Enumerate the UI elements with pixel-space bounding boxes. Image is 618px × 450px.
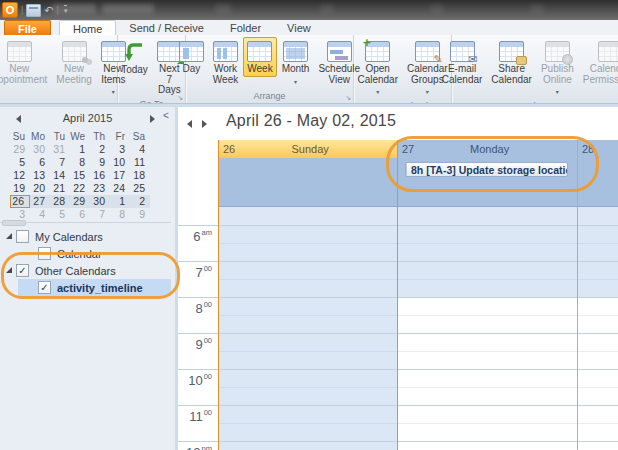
- send-receive-qat-icon[interactable]: [26, 4, 41, 17]
- hour-slot[interactable]: [578, 369, 618, 405]
- hour-slot[interactable]: [578, 225, 618, 261]
- mini-calendar-date[interactable]: 24: [110, 182, 130, 195]
- hour-slot[interactable]: [219, 369, 397, 405]
- calendar-list-item-my-calendars[interactable]: My Calendars: [0, 228, 175, 245]
- mini-calendar-date[interactable]: 7: [50, 156, 70, 169]
- mini-calendar-date[interactable]: 18: [130, 169, 150, 182]
- share-calendar-button[interactable]: Share Calendar: [487, 37, 536, 87]
- calendar-checkbox[interactable]: [38, 247, 51, 260]
- calendar-label[interactable]: activity_timeline: [57, 282, 143, 294]
- calendar-checkbox-checked[interactable]: ✓: [16, 264, 29, 277]
- hour-slot[interactable]: [219, 405, 397, 441]
- work-week-button[interactable]: Work Week: [209, 37, 242, 87]
- hour-slot[interactable]: [398, 333, 577, 369]
- calendar-list-item-other-calendars[interactable]: ✓Other Calendars: [0, 262, 175, 279]
- mini-calendar-date[interactable]: 30: [90, 195, 110, 208]
- mini-calendar-date[interactable]: 10: [110, 156, 130, 169]
- mini-calendar-date[interactable]: 4: [130, 143, 150, 156]
- mini-calendar-date[interactable]: 2: [130, 195, 150, 208]
- hour-slot[interactable]: [578, 441, 618, 450]
- hour-slot[interactable]: [578, 261, 618, 297]
- mini-calendar-date[interactable]: 1: [110, 195, 130, 208]
- splitter-grip[interactable]: [2, 220, 26, 226]
- hour-slot[interactable]: [398, 441, 577, 450]
- hour-slot[interactable]: [398, 261, 577, 297]
- all-day-area[interactable]: [219, 158, 397, 206]
- half-hour-slot[interactable]: [219, 206, 397, 225]
- hour-slot[interactable]: [398, 297, 577, 333]
- hour-slot[interactable]: [578, 333, 618, 369]
- mini-calendar-date[interactable]: 9: [130, 208, 150, 221]
- ribbon-tab-folder[interactable]: Folder: [217, 20, 274, 35]
- ribbon-tab-view[interactable]: View: [274, 20, 324, 35]
- mini-calendar-date[interactable]: 20: [30, 182, 50, 195]
- mini-calendar-date[interactable]: 23: [90, 182, 110, 195]
- mini-calendar-date[interactable]: 12: [10, 169, 30, 182]
- calendar-permissions-button[interactable]: Calendar Permissions: [579, 37, 618, 87]
- today-button[interactable]: Today: [117, 37, 152, 78]
- calendar-checkbox[interactable]: [16, 230, 29, 243]
- hour-slot[interactable]: [219, 261, 397, 297]
- all-day-event[interactable]: 8h [TA-3] Update storage location: [405, 162, 568, 177]
- hour-slot[interactable]: [219, 333, 397, 369]
- outlook-logo-icon[interactable]: O: [2, 2, 18, 18]
- mini-calendar-date[interactable]: 13: [30, 169, 50, 182]
- mini-calendar-date[interactable]: 11: [130, 156, 150, 169]
- previous-week-arrow-icon[interactable]: [187, 120, 192, 128]
- mini-calendar-date[interactable]: 29: [70, 195, 90, 208]
- mini-calendar-date[interactable]: 4: [30, 208, 50, 221]
- half-hour-slot[interactable]: [398, 206, 577, 225]
- new-meeting-button[interactable]: New Meeting: [52, 37, 96, 87]
- tree-expander-icon[interactable]: [6, 267, 12, 273]
- half-hour-slot[interactable]: [578, 206, 618, 225]
- mini-calendar-date[interactable]: 7: [90, 208, 110, 221]
- day-button[interactable]: Day: [175, 37, 208, 77]
- mini-calendar-date[interactable]: 15: [70, 169, 90, 182]
- day-header-26[interactable]: 26Sunday: [219, 140, 397, 158]
- mini-calendar-date[interactable]: 6: [70, 208, 90, 221]
- open-calendar-button[interactable]: +Open Calendar▾: [353, 37, 402, 100]
- hour-slot[interactable]: [578, 297, 618, 333]
- mini-calendar-date[interactable]: 29: [10, 143, 30, 156]
- next-month-arrow-icon[interactable]: [150, 115, 155, 123]
- hour-slot[interactable]: [219, 225, 397, 261]
- hour-slot[interactable]: [578, 405, 618, 441]
- mini-calendar-date[interactable]: 9: [90, 156, 110, 169]
- ribbon-tab-send-receive[interactable]: Send / Receive: [116, 20, 217, 35]
- hour-slot[interactable]: [219, 441, 397, 450]
- mini-calendar-date[interactable]: 1: [70, 143, 90, 156]
- next-week-arrow-icon[interactable]: [202, 120, 207, 128]
- mini-calendar-date[interactable]: 5: [10, 156, 30, 169]
- hour-slot[interactable]: [398, 225, 577, 261]
- dialog-launcher-icon[interactable]: ↘: [177, 94, 183, 102]
- mini-calendar-date[interactable]: 30: [30, 143, 50, 156]
- month-button[interactable]: Month▾: [278, 37, 314, 89]
- mini-calendar-date[interactable]: 19: [10, 182, 30, 195]
- collapse-pane-chevron[interactable]: <: [163, 110, 169, 121]
- ribbon-tab-home[interactable]: Home: [59, 20, 116, 35]
- new-appointment-button[interactable]: New Appointment: [0, 37, 51, 87]
- tree-expander-icon[interactable]: [6, 233, 12, 239]
- mini-calendar-date[interactable]: 8: [70, 156, 90, 169]
- day-header-28[interactable]: 28: [578, 140, 618, 158]
- mini-calendar-date[interactable]: 3: [110, 143, 130, 156]
- dialog-launcher-icon[interactable]: ↘: [345, 94, 351, 102]
- week-button[interactable]: Week: [243, 37, 276, 77]
- mini-calendar-date[interactable]: 22: [70, 182, 90, 195]
- all-day-area[interactable]: 8h [TA-3] Update storage location: [398, 158, 577, 206]
- mini-calendar-date[interactable]: 2: [90, 143, 110, 156]
- mini-calendar-date[interactable]: 28: [50, 195, 70, 208]
- hour-slot[interactable]: [398, 405, 577, 441]
- mini-calendar-date[interactable]: 26: [10, 195, 30, 208]
- calendar-checkbox-checked[interactable]: ✓: [38, 281, 51, 294]
- mini-calendar-date[interactable]: 27: [30, 195, 50, 208]
- hour-slot[interactable]: [219, 297, 397, 333]
- mini-calendar-date[interactable]: 17: [110, 169, 130, 182]
- calendar-list-item-activity-timeline[interactable]: ✓activity_timeline: [0, 279, 175, 296]
- day-header-27[interactable]: 27Monday: [398, 140, 577, 158]
- mini-calendar-date[interactable]: 31: [50, 143, 70, 156]
- mini-calendar-date[interactable]: 25: [130, 182, 150, 195]
- mini-calendar-date[interactable]: 5: [50, 208, 70, 221]
- calendar-label[interactable]: Other Calendars: [35, 265, 116, 277]
- calendar-label[interactable]: My Calendars: [35, 231, 103, 243]
